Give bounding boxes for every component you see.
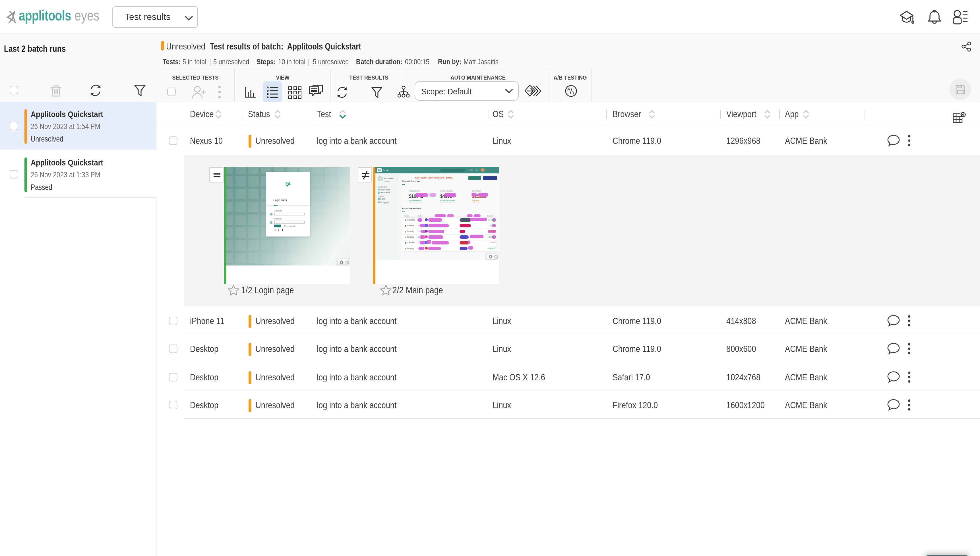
svg-text:A: A <box>568 87 571 92</box>
svg-text:B: B <box>571 91 574 95</box>
